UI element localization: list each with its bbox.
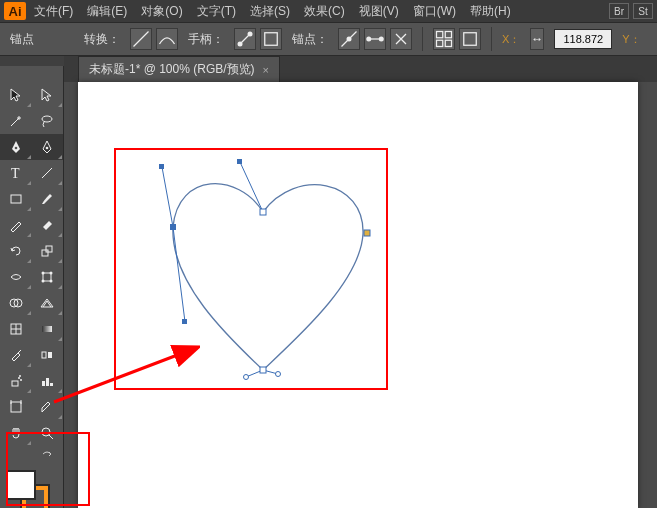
svg-point-34 [18, 377, 20, 379]
x-link-icon[interactable]: ↔ [530, 28, 544, 50]
svg-point-22 [50, 272, 53, 275]
curvature-tool[interactable] [32, 134, 64, 160]
paintbrush-tool[interactable] [32, 186, 64, 212]
svg-rect-52 [364, 230, 370, 236]
svg-rect-53 [260, 367, 266, 373]
svg-rect-50 [170, 224, 176, 230]
pen-tool[interactable] [0, 134, 32, 160]
svg-rect-11 [464, 33, 477, 46]
toolbox: T [0, 56, 64, 508]
remove-anchor-button[interactable] [338, 28, 360, 50]
svg-point-35 [20, 379, 22, 381]
svg-rect-32 [48, 352, 52, 358]
document-tab[interactable]: 未标题-1* @ 100% (RGB/预览) × [78, 56, 280, 82]
svg-rect-8 [445, 32, 451, 38]
pencil-tool[interactable] [0, 212, 32, 238]
width-tool[interactable] [0, 264, 32, 290]
svg-rect-18 [42, 250, 48, 256]
svg-point-43 [42, 428, 50, 436]
menu-view[interactable]: 视图(V) [353, 1, 405, 22]
document-tabs: 未标题-1* @ 100% (RGB/预览) × [0, 56, 657, 82]
svg-rect-9 [437, 40, 443, 46]
svg-rect-37 [42, 381, 45, 386]
align-button[interactable] [459, 28, 481, 50]
x-coord-input[interactable] [554, 29, 612, 49]
svg-point-21 [42, 272, 45, 275]
svg-rect-20 [43, 273, 51, 281]
svg-rect-56 [237, 159, 242, 164]
svg-point-14 [46, 147, 49, 150]
svg-line-2 [240, 34, 250, 44]
svg-point-4 [347, 37, 352, 42]
svg-text:T: T [11, 166, 20, 181]
fill-stroke-swap-icon[interactable] [0, 446, 63, 460]
mesh-tool[interactable] [0, 316, 32, 342]
close-tab-icon[interactable]: × [263, 64, 269, 76]
shape-builder-tool[interactable] [0, 290, 32, 316]
selection-tool[interactable] [0, 82, 32, 108]
svg-point-23 [42, 280, 45, 283]
svg-rect-51 [260, 209, 266, 215]
hide-handles-button[interactable] [260, 28, 282, 50]
svg-point-58 [276, 372, 281, 377]
menu-bar: Ai 文件(F) 编辑(E) 对象(O) 文字(T) 选择(S) 效果(C) 视… [0, 0, 657, 22]
zoom-tool[interactable] [32, 420, 64, 446]
menu-type[interactable]: 文字(T) [191, 1, 242, 22]
hand-tool[interactable] [0, 420, 32, 446]
svg-rect-38 [46, 378, 49, 386]
scale-tool[interactable] [32, 238, 64, 264]
svg-point-57 [244, 375, 249, 380]
gradient-tool[interactable] [32, 316, 64, 342]
svg-rect-31 [42, 352, 46, 358]
eyedropper-tool[interactable] [0, 342, 32, 368]
svg-rect-7 [437, 32, 443, 38]
artboard-tool[interactable] [0, 394, 32, 420]
bridge-button[interactable]: Br [609, 3, 629, 19]
line-segment-tool[interactable] [32, 160, 64, 186]
fill-swatch[interactable] [6, 470, 36, 500]
menu-window[interactable]: 窗口(W) [407, 1, 462, 22]
convert-label: 转换： [84, 31, 120, 48]
svg-line-45 [162, 167, 173, 227]
show-handles-button[interactable] [234, 28, 256, 50]
menu-edit[interactable]: 编辑(E) [81, 1, 133, 22]
direct-selection-tool[interactable] [32, 82, 64, 108]
blend-tool[interactable] [32, 342, 64, 368]
lasso-tool[interactable] [32, 108, 64, 134]
svg-rect-39 [50, 383, 53, 386]
eraser-tool[interactable] [32, 212, 64, 238]
convert-corner-button[interactable] [130, 28, 152, 50]
column-graph-tool[interactable] [32, 368, 64, 394]
rotate-tool[interactable] [0, 238, 32, 264]
svg-rect-10 [445, 40, 451, 46]
convert-smooth-button[interactable] [156, 28, 178, 50]
menu-help[interactable]: 帮助(H) [464, 1, 517, 22]
symbol-sprayer-tool[interactable] [0, 368, 32, 394]
menu-file[interactable]: 文件(F) [28, 1, 79, 22]
toolbox-grip[interactable] [0, 56, 64, 66]
menu-select[interactable]: 选择(S) [244, 1, 296, 22]
svg-rect-40 [11, 402, 21, 412]
connect-anchor-button[interactable] [364, 28, 386, 50]
isolate-button[interactable] [433, 28, 455, 50]
svg-point-36 [19, 375, 21, 377]
rectangle-tool[interactable] [0, 186, 32, 212]
svg-rect-55 [182, 319, 187, 324]
fill-stroke-swatch[interactable] [0, 466, 63, 508]
cut-anchor-button[interactable] [390, 28, 412, 50]
menu-effect[interactable]: 效果(C) [298, 1, 351, 22]
menu-object[interactable]: 对象(O) [135, 1, 188, 22]
perspective-grid-tool[interactable] [32, 290, 64, 316]
magic-wand-tool[interactable] [0, 108, 32, 134]
svg-point-6 [379, 37, 384, 42]
anchors-label: 锚点： [292, 31, 328, 48]
stock-button[interactable]: St [633, 3, 653, 19]
free-transform-tool[interactable] [32, 264, 64, 290]
type-tool[interactable]: T [0, 160, 32, 186]
slice-tool[interactable] [32, 394, 64, 420]
svg-point-12 [42, 116, 52, 122]
svg-rect-30 [42, 326, 52, 332]
svg-point-24 [50, 280, 53, 283]
svg-rect-33 [12, 381, 18, 386]
heart-path[interactable] [118, 152, 408, 412]
